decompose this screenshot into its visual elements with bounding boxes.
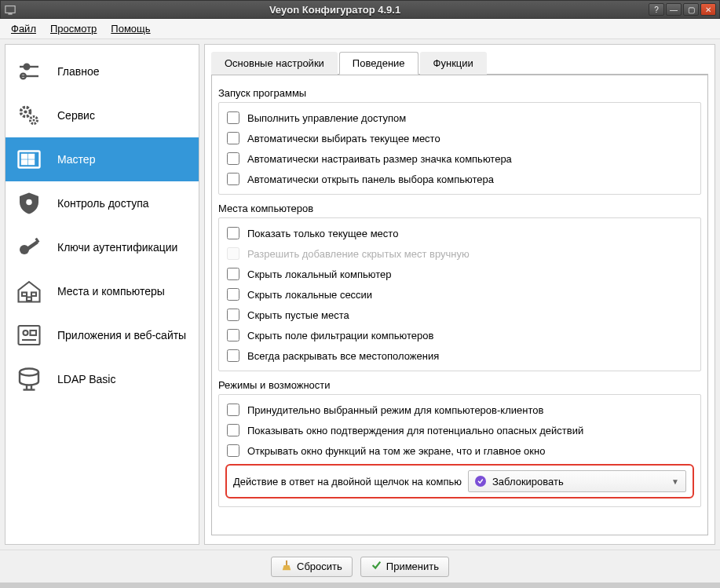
svg-point-23 — [24, 331, 28, 335]
svg-rect-21 — [27, 298, 31, 301]
tab-bar: Основные настройки Поведение Функции — [211, 52, 708, 75]
svg-point-9 — [33, 119, 35, 122]
sidebar-item-label: Ключи аутентификации — [57, 241, 177, 254]
svg-rect-10 — [19, 152, 40, 168]
svg-rect-17 — [27, 240, 38, 250]
footer: Сбросить Применить — [0, 550, 720, 583]
menubar: Файл Просмотр Помощь — [0, 19, 720, 39]
menu-view[interactable]: Просмотр — [44, 20, 103, 37]
group-title-startup: Запуск программы — [218, 87, 701, 99]
group-modes: Принудительно выбранный режим для компью… — [218, 394, 701, 507]
tab-features[interactable]: Функции — [420, 52, 487, 75]
sidebar-item-label: Главное — [57, 65, 100, 78]
chk-hide-empty-locations[interactable]: Скрыть пустые места — [225, 305, 694, 325]
main-panel: Основные настройки Поведение Функции Зап… — [204, 44, 715, 545]
tab-general-settings[interactable]: Основные настройки — [211, 52, 338, 75]
chk-show-current-location[interactable]: Показать только текущее место — [225, 223, 694, 243]
chk-enforce-mode[interactable]: Принудительно выбранный режим для компью… — [225, 400, 694, 420]
chk-hide-filter-field[interactable]: Скрыть поле фильтрации компьютеров — [225, 325, 694, 345]
sliders-icon — [13, 56, 45, 87]
sidebar-item-label: Контроль доступа — [57, 197, 149, 210]
broom-icon — [281, 560, 292, 573]
titlebar: Veyon Конфигуратор 4.9.1 ? — ▢ ✕ — [0, 0, 720, 19]
tab-body: Запуск программы Выполнить управление до… — [211, 74, 708, 535]
sidebar: Главное Сервис Мастер Контроль доступа К… — [5, 44, 199, 545]
sidebar-item-apps-websites[interactable]: Приложения и веб-сайты — [5, 313, 199, 357]
sidebar-item-master[interactable]: Мастер — [5, 137, 199, 181]
sidebar-item-general[interactable]: Главное — [5, 49, 199, 93]
gears-icon — [13, 100, 45, 131]
sidebar-item-label: Места и компьютеры — [57, 285, 165, 298]
chk-auto-select-location[interactable]: Автоматически выбирать текущее место — [225, 128, 694, 148]
shield-icon — [13, 188, 45, 219]
svg-rect-0 — [5, 6, 15, 13]
menu-file[interactable]: Файл — [5, 20, 42, 37]
svg-point-26 — [20, 369, 38, 376]
svg-rect-19 — [22, 293, 27, 297]
chk-auto-open-select-panel[interactable]: Автоматически открыть панель выбора комп… — [225, 169, 694, 189]
grid-icon — [13, 144, 45, 175]
chevron-down-icon: ▼ — [671, 477, 679, 486]
svg-rect-1 — [8, 13, 12, 14]
double-click-action-label: Действие в ответ на двойной щелчок на ко… — [233, 476, 462, 488]
double-click-action-row: Действие в ответ на двойной щелчок на ко… — [225, 464, 694, 499]
lock-icon — [475, 476, 486, 487]
app-icon — [4, 3, 16, 16]
chk-show-confirmation[interactable]: Показывать окно подтверждения для потенц… — [225, 420, 694, 440]
apply-button[interactable]: Применить — [360, 557, 449, 577]
group-title-modes: Режимы и возможности — [218, 379, 701, 391]
minimize-button[interactable]: — — [666, 3, 682, 16]
chk-auto-adjust-icon-size[interactable]: Автоматически настраивать размер значка … — [225, 148, 694, 169]
sidebar-item-label: LDAP Basic — [57, 373, 115, 385]
double-click-action-combo[interactable]: Заблокировать ▼ — [468, 470, 686, 492]
window-title: Veyon Конфигуратор 4.9.1 — [21, 4, 649, 16]
svg-rect-12 — [29, 155, 34, 159]
key-icon — [13, 232, 45, 263]
house-computers-icon — [13, 276, 45, 307]
help-button[interactable]: ? — [649, 3, 664, 16]
chk-hide-local-sessions[interactable]: Скрыть локальные сессии — [225, 284, 694, 305]
sidebar-item-service[interactable]: Сервис — [5, 93, 199, 137]
svg-rect-13 — [22, 161, 27, 165]
sidebar-item-label: Мастер — [57, 153, 95, 166]
combo-value: Заблокировать — [492, 476, 564, 488]
database-icon — [13, 363, 45, 395]
sidebar-item-auth-keys[interactable]: Ключи аутентификации — [5, 225, 199, 269]
menu-help[interactable]: Помощь — [104, 20, 156, 37]
sidebar-item-access-control[interactable]: Контроль доступа — [5, 181, 199, 225]
svg-point-15 — [26, 199, 32, 206]
svg-rect-11 — [22, 155, 27, 159]
svg-rect-30 — [286, 561, 287, 565]
svg-point-7 — [24, 110, 27, 113]
group-title-locations: Места компьютеров — [218, 203, 701, 214]
maximize-button[interactable]: ▢ — [683, 3, 699, 16]
sidebar-item-label: Сервис — [57, 109, 95, 122]
tab-behaviour[interactable]: Поведение — [339, 52, 418, 75]
chk-always-expand-locations[interactable]: Всегда раскрывать все местоположения — [225, 345, 694, 366]
group-locations: Показать только текущее место Разрешить … — [218, 217, 701, 371]
sidebar-item-label: Приложения и веб-сайты — [57, 329, 186, 341]
close-button[interactable]: ✕ — [700, 3, 716, 16]
sidebar-item-locations[interactable]: Места и компьютеры — [5, 269, 199, 313]
svg-point-16 — [20, 245, 29, 254]
sidebar-item-ldap[interactable]: LDAP Basic — [5, 357, 199, 401]
svg-rect-14 — [29, 161, 34, 165]
apps-icon — [13, 320, 45, 351]
svg-rect-20 — [31, 293, 36, 297]
check-icon — [371, 560, 382, 573]
svg-rect-24 — [31, 331, 37, 335]
chk-allow-hidden-locations: Разрешить добавление скрытых мест вручну… — [225, 243, 694, 264]
reset-button[interactable]: Сбросить — [271, 557, 353, 577]
svg-point-3 — [24, 64, 30, 70]
group-startup: Выполнить управление доступом Автоматиче… — [218, 102, 701, 195]
chk-feature-on-same-screen[interactable]: Открывать окно функций на том же экране,… — [225, 440, 694, 461]
chk-perform-access-control[interactable]: Выполнить управление доступом — [225, 108, 694, 128]
chk-hide-local-computer[interactable]: Скрыть локальный компьютер — [225, 264, 694, 284]
